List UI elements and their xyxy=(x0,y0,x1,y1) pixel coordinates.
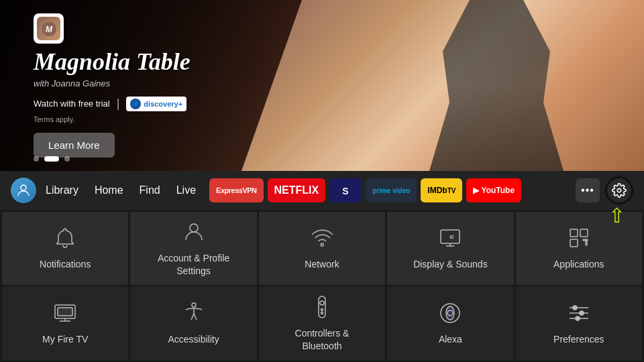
terms-text: Terms apply. xyxy=(34,115,191,123)
svg-point-6 xyxy=(190,224,198,232)
controllers-label: Controllers &Bluetooth xyxy=(295,327,350,351)
settings-container: ⇧ xyxy=(600,176,633,204)
svg-text:M: M xyxy=(46,25,53,34)
network-label: Network xyxy=(305,258,339,270)
dot-2[interactable] xyxy=(44,156,59,162)
alexa-icon xyxy=(438,301,462,325)
sliders-icon xyxy=(567,301,591,325)
hero-image xyxy=(241,0,644,171)
svg-rect-10 xyxy=(580,229,588,237)
nav-apps: ExpressVPN NETFLIX S prime video IMDbTV … xyxy=(209,178,573,202)
settings-my-fire-tv[interactable]: My Fire TV xyxy=(2,287,128,360)
svg-rect-11 xyxy=(570,239,578,247)
settings-network[interactable]: Network xyxy=(259,212,385,285)
arrow-indicator: ⇧ xyxy=(608,206,625,226)
tv-icon xyxy=(53,301,77,325)
svg-text:S: S xyxy=(343,186,349,196)
my-fire-tv-label: My Fire TV xyxy=(42,333,88,345)
settings-account[interactable]: Account & ProfileSettings xyxy=(130,212,256,285)
show-badge: M xyxy=(34,13,64,44)
show-badge-inner: M xyxy=(37,17,60,40)
app-netflix[interactable]: NETFLIX xyxy=(268,178,326,202)
app-prime[interactable]: prime video xyxy=(366,178,417,202)
nav-live[interactable]: Live xyxy=(176,184,196,196)
settings-alexa[interactable]: Alexa xyxy=(387,287,513,360)
svg-rect-13 xyxy=(586,241,587,245)
watch-row: Watch with free trial | discovery+ xyxy=(34,97,191,111)
hero-section: M Magnolia Table with Joanna Gaines Watc… xyxy=(0,0,644,171)
accessibility-icon xyxy=(182,301,206,325)
remote-icon xyxy=(310,295,334,319)
settings-notifications[interactable]: Notifications xyxy=(2,212,128,285)
app-imdb[interactable]: IMDbTV xyxy=(421,178,462,202)
display-sounds-label: Display & Sounds xyxy=(413,258,488,270)
settings-controllers[interactable]: Controllers &Bluetooth xyxy=(259,287,385,360)
watch-text: Watch with free trial xyxy=(34,99,110,109)
discovery-badge: discovery+ xyxy=(126,97,186,111)
app-youtube[interactable]: ▶ YouTube xyxy=(466,178,521,202)
settings-accessibility[interactable]: Accessibility xyxy=(130,287,256,360)
account-label: Account & ProfileSettings xyxy=(158,252,229,276)
user-avatar[interactable] xyxy=(11,178,36,203)
show-subtitle: with Joanna Gaines xyxy=(34,78,191,88)
svg-rect-15 xyxy=(58,308,72,316)
bell-icon xyxy=(53,226,77,250)
nav-home[interactable]: Home xyxy=(95,184,123,196)
svg-rect-8 xyxy=(441,230,460,243)
svg-point-28 xyxy=(580,311,584,315)
discovery-text: discovery+ xyxy=(144,100,182,108)
dot-1[interactable] xyxy=(34,156,39,162)
person-icon xyxy=(182,220,206,244)
settings-grid: Notifications Account & ProfileSettings … xyxy=(0,210,644,362)
hero-dots xyxy=(34,156,70,162)
svg-rect-9 xyxy=(570,229,578,237)
nav-links: Library Home Find Live xyxy=(46,184,196,196)
dot-3[interactable] xyxy=(64,156,70,162)
nav-library[interactable]: Library xyxy=(46,184,78,196)
svg-point-20 xyxy=(321,312,323,314)
notifications-label: Notifications xyxy=(40,258,91,270)
discovery-logo xyxy=(130,99,141,109)
nav-bar: Library Home Find Live ExpressVPN NETFLI… xyxy=(0,171,644,210)
svg-point-18 xyxy=(320,301,324,305)
svg-point-7 xyxy=(321,243,323,246)
applications-label: Applications xyxy=(553,258,604,270)
gear-icon xyxy=(612,183,627,198)
nav-more-button[interactable]: ••• xyxy=(576,178,600,202)
preferences-label: Preferences xyxy=(553,333,604,345)
app-starz[interactable]: S xyxy=(329,178,362,202)
wifi-icon xyxy=(310,226,334,250)
nav-find[interactable]: Find xyxy=(140,184,160,196)
alexa-label: Alexa xyxy=(439,333,462,345)
settings-button[interactable] xyxy=(605,176,633,204)
svg-point-29 xyxy=(576,316,580,320)
show-title: Magnolia Table xyxy=(34,49,191,76)
hero-content: M Magnolia Table with Joanna Gaines Watc… xyxy=(34,13,191,158)
svg-point-19 xyxy=(321,309,323,311)
svg-point-5 xyxy=(617,188,621,192)
learn-more-button[interactable]: Learn More xyxy=(34,133,115,158)
more-dots-icon: ••• xyxy=(581,184,594,196)
settings-preferences[interactable]: Preferences xyxy=(516,287,642,360)
svg-point-2 xyxy=(21,185,26,190)
settings-display-sounds[interactable]: Display & Sounds xyxy=(387,212,513,285)
accessibility-label: Accessibility xyxy=(168,333,219,345)
svg-point-27 xyxy=(573,306,577,310)
svg-point-16 xyxy=(192,303,196,307)
app-expressvpn[interactable]: ExpressVPN xyxy=(209,178,263,202)
display-icon xyxy=(438,226,462,250)
apps-icon xyxy=(567,226,591,250)
